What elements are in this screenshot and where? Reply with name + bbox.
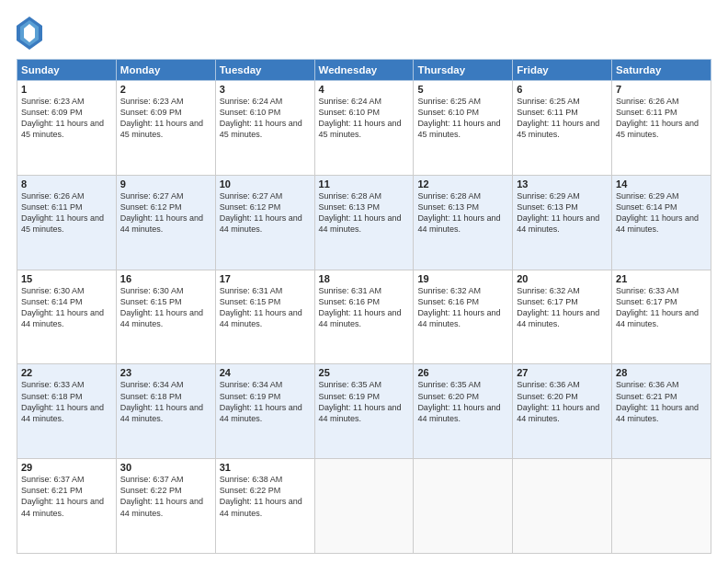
calendar-cell: 31Sunrise: 6:38 AMSunset: 6:22 PMDayligh…	[215, 459, 314, 554]
day-info: Sunrise: 6:30 AMSunset: 6:14 PMDaylight:…	[21, 285, 112, 330]
calendar-cell: 14Sunrise: 6:29 AMSunset: 6:14 PMDayligh…	[612, 175, 711, 270]
calendar-cell	[414, 459, 513, 554]
logo-area	[17, 17, 46, 50]
day-info: Sunrise: 6:34 AMSunset: 6:18 PMDaylight:…	[120, 379, 211, 424]
day-number: 24	[220, 367, 311, 378]
day-number: 4	[319, 84, 410, 95]
header	[17, 17, 711, 50]
calendar-cell: 9Sunrise: 6:27 AMSunset: 6:12 PMDaylight…	[116, 175, 215, 270]
day-number: 15	[21, 273, 112, 284]
day-info: Sunrise: 6:29 AMSunset: 6:14 PMDaylight:…	[616, 190, 707, 236]
calendar-cell: 16Sunrise: 6:30 AMSunset: 6:15 PMDayligh…	[116, 270, 215, 364]
calendar-cell	[314, 459, 414, 554]
day-number: 13	[517, 178, 608, 190]
calendar-cell: 2Sunrise: 6:23 AMSunset: 6:09 PMDaylight…	[116, 81, 215, 176]
day-number: 18	[319, 273, 410, 284]
day-number: 19	[417, 273, 508, 284]
day-number: 1	[21, 84, 112, 95]
day-number: 8	[21, 178, 112, 190]
calendar-cell: 27Sunrise: 6:36 AMSunset: 6:20 PMDayligh…	[513, 364, 612, 459]
day-info: Sunrise: 6:38 AMSunset: 6:22 PMDaylight:…	[220, 474, 311, 519]
day-number: 11	[319, 178, 410, 190]
day-number: 23	[120, 367, 211, 378]
day-info: Sunrise: 6:33 AMSunset: 6:18 PMDaylight:…	[21, 379, 112, 424]
day-info: Sunrise: 6:30 AMSunset: 6:15 PMDaylight:…	[120, 285, 211, 330]
calendar-cell: 19Sunrise: 6:32 AMSunset: 6:16 PMDayligh…	[414, 270, 513, 364]
day-info: Sunrise: 6:28 AMSunset: 6:13 PMDaylight:…	[319, 190, 410, 236]
calendar-cell: 1Sunrise: 6:23 AMSunset: 6:09 PMDaylight…	[17, 81, 117, 176]
weekday-header-tuesday: Tuesday	[215, 60, 314, 81]
calendar-cell: 7Sunrise: 6:26 AMSunset: 6:11 PMDaylight…	[612, 81, 711, 176]
calendar-cell	[513, 459, 612, 554]
day-number: 12	[417, 178, 508, 190]
day-number: 27	[517, 367, 608, 378]
day-info: Sunrise: 6:28 AMSunset: 6:13 PMDaylight:…	[417, 190, 508, 236]
calendar-cell: 22Sunrise: 6:33 AMSunset: 6:18 PMDayligh…	[17, 364, 117, 459]
day-number: 5	[417, 84, 508, 95]
calendar-cell: 10Sunrise: 6:27 AMSunset: 6:12 PMDayligh…	[215, 175, 314, 270]
day-info: Sunrise: 6:29 AMSunset: 6:13 PMDaylight:…	[517, 190, 608, 236]
calendar-week-row: 22Sunrise: 6:33 AMSunset: 6:18 PMDayligh…	[17, 364, 711, 459]
day-number: 9	[120, 178, 211, 190]
day-number: 25	[319, 367, 410, 378]
day-info: Sunrise: 6:33 AMSunset: 6:17 PMDaylight:…	[616, 285, 707, 330]
calendar-cell: 15Sunrise: 6:30 AMSunset: 6:14 PMDayligh…	[17, 270, 117, 364]
day-info: Sunrise: 6:26 AMSunset: 6:11 PMDaylight:…	[21, 190, 112, 236]
calendar-cell: 29Sunrise: 6:37 AMSunset: 6:21 PMDayligh…	[17, 459, 117, 554]
day-info: Sunrise: 6:23 AMSunset: 6:09 PMDaylight:…	[120, 96, 211, 141]
day-number: 26	[417, 367, 508, 378]
calendar-cell: 6Sunrise: 6:25 AMSunset: 6:11 PMDaylight…	[513, 81, 612, 176]
day-info: Sunrise: 6:24 AMSunset: 6:10 PMDaylight:…	[319, 96, 410, 141]
generalblue-logo-icon	[17, 17, 42, 50]
weekday-header-thursday: Thursday	[414, 60, 513, 81]
day-number: 28	[616, 367, 707, 378]
day-info: Sunrise: 6:36 AMSunset: 6:21 PMDaylight:…	[616, 379, 707, 424]
day-info: Sunrise: 6:35 AMSunset: 6:19 PMDaylight:…	[319, 379, 410, 424]
calendar-cell: 25Sunrise: 6:35 AMSunset: 6:19 PMDayligh…	[314, 364, 414, 459]
day-info: Sunrise: 6:32 AMSunset: 6:16 PMDaylight:…	[417, 285, 508, 330]
day-info: Sunrise: 6:25 AMSunset: 6:10 PMDaylight:…	[417, 96, 508, 141]
day-number: 17	[220, 273, 311, 284]
weekday-header-saturday: Saturday	[612, 60, 711, 81]
day-number: 31	[220, 462, 311, 473]
day-number: 30	[120, 462, 211, 473]
day-info: Sunrise: 6:31 AMSunset: 6:15 PMDaylight:…	[220, 285, 311, 330]
day-info: Sunrise: 6:35 AMSunset: 6:20 PMDaylight:…	[417, 379, 508, 424]
day-number: 14	[616, 178, 707, 190]
calendar-week-row: 1Sunrise: 6:23 AMSunset: 6:09 PMDaylight…	[17, 81, 711, 176]
calendar-week-row: 8Sunrise: 6:26 AMSunset: 6:11 PMDaylight…	[17, 175, 711, 270]
calendar-cell: 21Sunrise: 6:33 AMSunset: 6:17 PMDayligh…	[612, 270, 711, 364]
day-info: Sunrise: 6:32 AMSunset: 6:17 PMDaylight:…	[517, 285, 608, 330]
calendar-cell: 20Sunrise: 6:32 AMSunset: 6:17 PMDayligh…	[513, 270, 612, 364]
day-number: 3	[220, 84, 311, 95]
calendar-cell: 18Sunrise: 6:31 AMSunset: 6:16 PMDayligh…	[314, 270, 414, 364]
day-info: Sunrise: 6:37 AMSunset: 6:22 PMDaylight:…	[120, 474, 211, 519]
calendar-week-row: 29Sunrise: 6:37 AMSunset: 6:21 PMDayligh…	[17, 459, 711, 554]
page: SundayMondayTuesdayWednesdayThursdayFrid…	[0, 0, 728, 563]
day-info: Sunrise: 6:27 AMSunset: 6:12 PMDaylight:…	[120, 190, 211, 236]
weekday-header-monday: Monday	[116, 60, 215, 81]
calendar-table: SundayMondayTuesdayWednesdayThursdayFrid…	[17, 59, 711, 554]
day-number: 2	[120, 84, 211, 95]
calendar-week-row: 15Sunrise: 6:30 AMSunset: 6:14 PMDayligh…	[17, 270, 711, 364]
calendar-cell: 28Sunrise: 6:36 AMSunset: 6:21 PMDayligh…	[612, 364, 711, 459]
weekday-header-friday: Friday	[513, 60, 612, 81]
calendar-cell: 3Sunrise: 6:24 AMSunset: 6:10 PMDaylight…	[215, 81, 314, 176]
calendar-cell: 23Sunrise: 6:34 AMSunset: 6:18 PMDayligh…	[116, 364, 215, 459]
day-info: Sunrise: 6:36 AMSunset: 6:20 PMDaylight:…	[517, 379, 608, 424]
day-info: Sunrise: 6:31 AMSunset: 6:16 PMDaylight:…	[319, 285, 410, 330]
day-number: 16	[120, 273, 211, 284]
calendar-cell: 30Sunrise: 6:37 AMSunset: 6:22 PMDayligh…	[116, 459, 215, 554]
calendar-cell: 11Sunrise: 6:28 AMSunset: 6:13 PMDayligh…	[314, 175, 414, 270]
weekday-header-wednesday: Wednesday	[314, 60, 414, 81]
calendar-cell: 24Sunrise: 6:34 AMSunset: 6:19 PMDayligh…	[215, 364, 314, 459]
day-info: Sunrise: 6:24 AMSunset: 6:10 PMDaylight:…	[220, 96, 311, 141]
day-info: Sunrise: 6:27 AMSunset: 6:12 PMDaylight:…	[220, 190, 311, 236]
calendar-cell: 8Sunrise: 6:26 AMSunset: 6:11 PMDaylight…	[17, 175, 117, 270]
calendar-cell: 13Sunrise: 6:29 AMSunset: 6:13 PMDayligh…	[513, 175, 612, 270]
day-number: 20	[517, 273, 608, 284]
calendar-cell: 12Sunrise: 6:28 AMSunset: 6:13 PMDayligh…	[414, 175, 513, 270]
calendar-cell: 5Sunrise: 6:25 AMSunset: 6:10 PMDaylight…	[414, 81, 513, 176]
day-number: 22	[21, 367, 112, 378]
calendar-cell: 17Sunrise: 6:31 AMSunset: 6:15 PMDayligh…	[215, 270, 314, 364]
